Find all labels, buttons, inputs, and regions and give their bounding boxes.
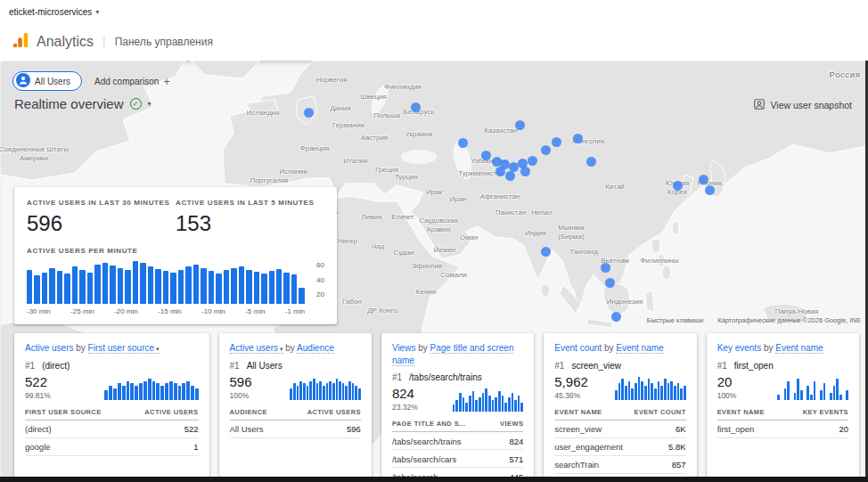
chart-bar [276,269,282,304]
map-attribution: Быстрые клавиши Картографические данные … [647,316,861,324]
spark-bar [143,381,147,400]
card-title[interactable]: Event count by Event name [554,342,685,355]
card-metric[interactable]: Key events [717,343,761,353]
table-row[interactable]: user_engagement5.8K [554,438,685,456]
table-header: EVENT NAMEKEY EVENTS [717,408,848,421]
spark-bar [472,391,475,412]
comparison-controls: All Users Add comparison + [12,71,170,91]
spark-bar [833,386,836,400]
table-row[interactable]: first_open20 [717,421,848,438]
all-users-pill[interactable]: All Users [12,71,82,91]
table-row[interactable]: screen_view6K [554,421,685,438]
chart-bar [185,266,191,304]
chart-bar [110,266,115,304]
card-rank: #1 [554,361,564,371]
table-row[interactable]: /tabs/search445 [392,468,523,477]
card-dimension[interactable]: First user source▾ [88,343,160,354]
chart-bar [42,273,47,304]
row-value: 20 [839,424,848,434]
spark-bar [345,386,348,400]
chart-bar [201,268,206,304]
card-metric[interactable]: Views [392,343,416,353]
spark-bar [810,395,813,399]
card-by-word: by [418,343,428,353]
row-value: 1 [193,442,198,452]
add-comparison-button[interactable]: Add comparison + [94,75,170,88]
card-dimension[interactable]: Audience [297,343,334,354]
table-row[interactable]: /tabs/search/trains824 [392,432,523,450]
chart-bar [231,268,236,304]
card-metric[interactable]: Active users [25,343,73,353]
spark-bar [498,391,501,412]
map-country-label: Италия [343,157,367,165]
x-tick: -15 min [158,307,182,315]
active-user-dot [705,185,715,195]
active-user-dot [573,134,583,143]
map-copyright: Картографические данные ©2026 Google, IN… [717,316,861,324]
account-selector[interactable]: eticket-microservices ▾ [9,7,99,17]
spark-bar [797,379,799,399]
table-row[interactable]: All Users596 [230,421,361,438]
table-row[interactable]: google1 [25,438,199,456]
card-dimension[interactable]: Event name [775,343,823,354]
card-title[interactable]: Key events by Event name [717,342,848,355]
spark-bar [139,383,143,399]
row-name: /tabs/search/cars [392,454,462,464]
table-row[interactable]: /tabs/search/cars571 [392,450,523,468]
spark-bar [638,377,641,400]
chart-bar [299,288,304,304]
metric-cards: Active users by First user source▾#1(dir… [14,333,859,477]
card-title[interactable]: Active users▾ by Audience [230,342,361,355]
map-country-label: Франция [300,144,330,152]
card-title[interactable]: Views by Page title and screen name [392,342,523,366]
table-row[interactable]: searchTrain857 [554,456,685,474]
card-top-item: #1/tabs/search/trains [392,372,523,382]
card-metric[interactable]: Event count [554,343,602,353]
card-dimension[interactable]: Event name [616,343,663,354]
table-header: FIRST USER SOURCEACTIVE USERS [25,408,199,421]
per-minute-label: ACTIVE USERS PER MINUTE [27,247,324,255]
page-title: Realtime overview [14,96,124,111]
x-tick: -20 min [114,307,138,315]
spark-bar [615,390,618,399]
table-header: AUDIENCEACTIVE USERS [230,408,361,421]
chevron-down-icon: ▾ [156,346,160,352]
spark-bar [342,383,345,399]
spark-bar [839,395,842,399]
active-user-dot [458,138,468,148]
card-sparkline [290,373,361,400]
chart-bar [269,271,274,304]
row-name: searchTrain [554,460,604,470]
card-metric[interactable]: Active users▾ [230,343,283,354]
card-by-word: by [764,343,774,353]
active-users-chart-bars [27,261,305,304]
card-top-name: screen_view [571,361,621,371]
card-by-word: by [285,343,295,353]
map-shortcuts-link[interactable]: Быстрые клавиши [647,316,704,324]
chart-bar [291,274,297,304]
spark-bar [463,397,465,412]
table-row[interactable]: (direct)522 [25,421,199,438]
map-country-label: Иран [449,195,466,203]
spark-bar [469,396,471,412]
card-sparkline [615,373,686,400]
map-country-label: Германия [332,121,364,129]
spark-bar [122,386,126,400]
chevron-down-icon[interactable]: ▾ [148,100,151,108]
spark-bar [309,381,312,400]
card-top-item: #1screen_view [554,361,685,371]
chart-bar [140,263,145,304]
card-sparkline [777,373,848,400]
chart-bar [254,272,259,304]
spark-bar [635,383,637,399]
chart-bar [239,266,244,304]
card-percent: 45.36% [554,391,588,400]
map-country-label: Таиланд [569,248,598,256]
view-user-snapshot-button[interactable]: View user snapshot [753,98,852,112]
spark-bar [290,388,292,400]
map-country-label: Норвегия [315,76,347,84]
spark-bar [339,381,341,400]
chart-bar [224,270,229,304]
card-title[interactable]: Active users by First user source▾ [25,342,199,355]
active-user-dot [611,312,621,322]
